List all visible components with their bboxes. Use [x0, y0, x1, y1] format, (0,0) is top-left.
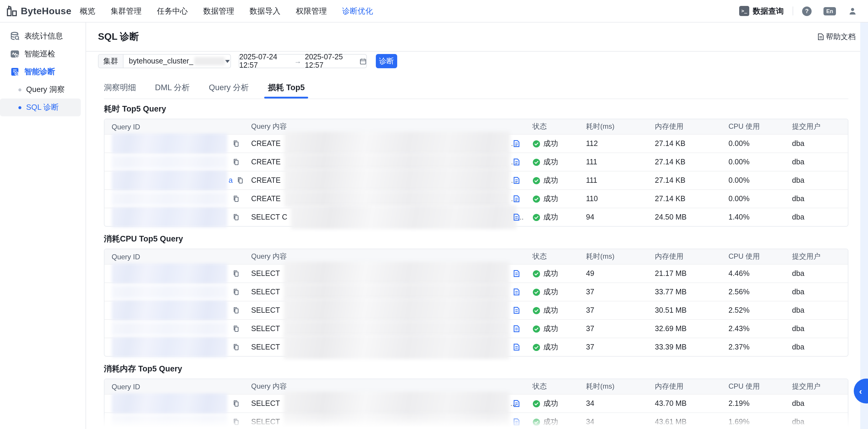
document-icon[interactable]: [513, 176, 520, 184]
sidebar-item-table-stats[interactable]: 表统计信息: [0, 27, 86, 45]
inspection-icon: [10, 49, 20, 59]
query-id-redacted[interactable]: [112, 300, 227, 321]
query-id-redacted[interactable]: [112, 263, 227, 284]
status-text: 成功: [543, 398, 558, 408]
language-badge[interactable]: En: [824, 7, 836, 15]
memory-usage: 30.51 MB: [648, 301, 721, 319]
nav-item-permission-management[interactable]: 权限管理: [296, 6, 327, 16]
nav-item-cluster-management[interactable]: 集群管理: [111, 6, 142, 16]
nav-item-overview[interactable]: 概览: [80, 6, 95, 16]
query-id-redacted[interactable]: [112, 322, 227, 335]
query-content-cell: SELECT: [244, 338, 525, 356]
nav-item-data-import[interactable]: 数据导入: [250, 6, 281, 16]
query-id-redacted[interactable]: [112, 207, 227, 227]
tab-cost-top5[interactable]: 损耗 Top5: [268, 82, 305, 99]
column-header: CPU 使用: [721, 122, 785, 132]
query-content-prefix: CREATE: [251, 139, 281, 148]
submit-user: dba: [785, 208, 848, 226]
copy-icon[interactable]: [233, 325, 239, 332]
submit-user: dba: [785, 171, 848, 189]
query-id-redacted[interactable]: [112, 133, 227, 154]
query-content-prefix: CREATE: [251, 158, 281, 166]
status-cell: 成功: [525, 338, 579, 356]
copy-icon[interactable]: [237, 177, 243, 184]
query-id-redacted[interactable]: [112, 415, 227, 428]
document-icon[interactable]: [513, 288, 520, 296]
calendar-icon: [360, 58, 366, 64]
memory-usage: 32.69 MB: [648, 320, 721, 338]
copy-icon[interactable]: [233, 307, 239, 314]
copy-icon[interactable]: [233, 418, 239, 425]
query-id-redacted[interactable]: [112, 156, 227, 168]
success-icon: [532, 400, 540, 407]
cluster-select[interactable]: 集群 bytehouse_cluster_: [98, 54, 231, 68]
document-icon[interactable]: [513, 306, 520, 314]
query-content-cell: SELECT: [244, 413, 525, 429]
cpu-usage: 1.40%: [721, 208, 785, 226]
main-content: 集群 bytehouse_cluster_ 2025-07-24 12:57 →…: [86, 52, 860, 429]
query-id-tail[interactable]: a: [228, 176, 233, 185]
tab-dml-analysis[interactable]: DML 分析: [155, 82, 190, 99]
date-range-picker[interactable]: 2025-07-24 12:57 → 2025-07-25 12:57: [239, 54, 367, 68]
status-cell: 成功: [525, 413, 579, 429]
query-id-redacted[interactable]: [112, 286, 227, 298]
status-text: 成功: [543, 417, 558, 427]
nav-item-task-center[interactable]: 任务中心: [157, 6, 188, 16]
copy-icon[interactable]: [233, 270, 239, 277]
column-header: 耗时(ms): [579, 252, 648, 262]
document-icon[interactable]: [513, 270, 520, 277]
help-icon[interactable]: ?: [802, 6, 812, 16]
document-icon[interactable]: [513, 400, 520, 407]
top-nav: ByteHouse 概览 集群管理 任务中心 数据管理 数据导入 权限管理 诊断…: [0, 0, 868, 23]
query-content-cell: CREATE ...: [244, 153, 525, 171]
column-header: 内存使用: [648, 122, 721, 132]
copy-icon[interactable]: [233, 158, 239, 166]
document-icon[interactable]: [513, 325, 520, 333]
sidebar-subitem-query-insight[interactable]: Query 洞察: [0, 81, 81, 99]
tab-query-analysis[interactable]: Query 分析: [209, 82, 249, 99]
query-content-redacted: [284, 132, 510, 156]
status-text: 成功: [543, 324, 558, 334]
status-cell: 成功: [525, 265, 579, 283]
submit-user: dba: [785, 190, 848, 208]
query-id-redacted[interactable]: [112, 170, 227, 191]
success-icon: [532, 140, 540, 147]
data-query-button[interactable]: >_ 数据查询: [739, 6, 784, 16]
diagnose-button[interactable]: 诊断: [376, 54, 397, 68]
status-cell: 成功: [525, 283, 579, 301]
copy-icon[interactable]: [233, 140, 239, 147]
user-icon[interactable]: [848, 6, 857, 16]
sidebar-item-inspection[interactable]: 智能巡检: [0, 45, 86, 63]
query-id-redacted[interactable]: [112, 337, 227, 357]
copy-icon[interactable]: [233, 400, 239, 407]
document-icon[interactable]: [513, 343, 520, 351]
query-id-cell: [104, 265, 244, 283]
document-icon[interactable]: [513, 158, 520, 166]
copy-icon[interactable]: [233, 343, 239, 351]
document-icon[interactable]: [513, 213, 520, 221]
query-id-redacted[interactable]: [112, 393, 227, 414]
sidebar-subitem-sql-diagnosis[interactable]: SQL 诊断: [0, 99, 81, 116]
copy-icon[interactable]: [233, 213, 239, 221]
query-id-cell: [104, 413, 244, 429]
status-cell: 成功: [525, 153, 579, 171]
query-content-redacted: [284, 191, 510, 207]
sidebar-item-diagnosis[interactable]: 智能诊断: [0, 63, 86, 81]
table-body: CREATE ... 成功 112 27.14 KB 0.00% dba: [104, 134, 848, 226]
cluster-value: bytehouse_cluster_: [129, 57, 193, 65]
query-content-redacted: [283, 414, 509, 429]
tab-insight-detail[interactable]: 洞察明细: [104, 82, 136, 99]
copy-icon[interactable]: [233, 288, 239, 296]
document-icon[interactable]: [513, 418, 520, 426]
query-id-redacted[interactable]: [112, 192, 227, 205]
document-icon[interactable]: [513, 140, 520, 147]
duration-ms: 94: [579, 208, 648, 226]
copy-icon[interactable]: [233, 195, 239, 202]
logo[interactable]: ByteHouse: [5, 5, 71, 17]
nav-item-data-management[interactable]: 数据管理: [203, 6, 234, 16]
cpu-usage: 0.00%: [721, 153, 785, 171]
document-icon[interactable]: [513, 195, 520, 203]
help-doc-link[interactable]: 帮助文档: [817, 32, 856, 42]
status-cell: 成功: [525, 171, 579, 189]
nav-item-diagnosis-optimization[interactable]: 诊断优化: [342, 6, 373, 16]
